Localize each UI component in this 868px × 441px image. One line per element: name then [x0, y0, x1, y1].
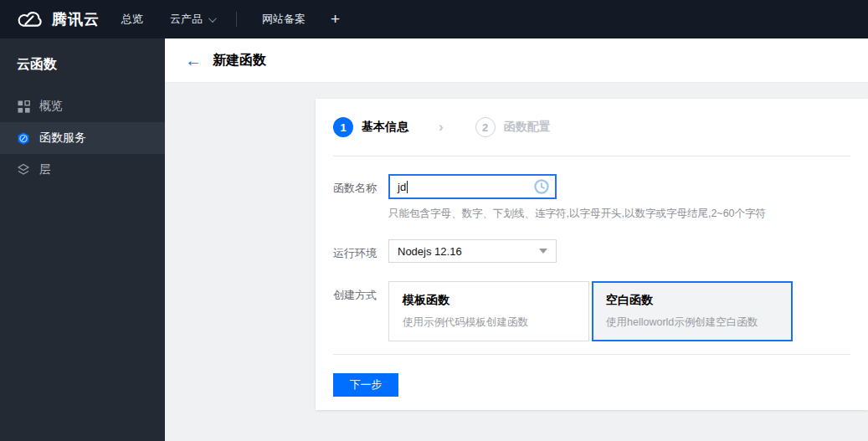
- back-arrow-icon[interactable]: ←: [185, 52, 202, 69]
- layers-icon: [17, 163, 30, 177]
- function-name-field-group: jd 只能包含字母、数字、下划线、连字符,以字母开头,以数字或字母结尾,2~60…: [388, 174, 766, 221]
- sidebar-item-label: 概览: [39, 99, 63, 114]
- topnav-label: 总览: [121, 12, 143, 27]
- method-card-blank[interactable]: 空白函数 使用helloworld示例创建空白函数: [592, 281, 793, 341]
- create-function-panel: 1 基本信息 › 2 函数配置 函数名称 jd: [316, 99, 868, 410]
- select-caret-icon: [539, 249, 547, 254]
- topnav-item-overview[interactable]: 总览: [120, 0, 145, 38]
- topnav-divider: [236, 12, 237, 27]
- tencent-cloud-logo[interactable]: 腾讯云: [14, 8, 100, 30]
- form-divider: [333, 354, 850, 355]
- runtime-select[interactable]: Nodejs 12.16: [388, 239, 557, 263]
- top-navigation: 总览 云产品 网站备案 +: [100, 0, 340, 38]
- brand-name: 腾讯云: [52, 9, 100, 29]
- form-row-method: 创建方式 模板函数 使用示例代码模板创建函数 空白函数 使用helloworld…: [333, 281, 850, 341]
- sidebar-menu: 概览 函数服务 层: [0, 90, 165, 186]
- method-card-title: 模板函数: [403, 293, 575, 308]
- method-card-template[interactable]: 模板函数 使用示例代码模板创建函数: [388, 281, 589, 341]
- page-title: 新建函数: [213, 52, 266, 69]
- step-number-badge: 1: [333, 117, 353, 137]
- step-number-badge: 2: [475, 117, 496, 137]
- topbar: 腾讯云 总览 云产品 网站备案 +: [0, 0, 868, 38]
- function-name-value: jd: [398, 181, 406, 193]
- next-step-button[interactable]: 下一步: [333, 373, 398, 397]
- method-cards: 模板函数 使用示例代码模板创建函数 空白函数 使用helloworld示例创建空…: [388, 281, 793, 341]
- runtime-selected-value: Nodejs 12.16: [398, 245, 462, 258]
- step-function-config: 2 函数配置: [475, 117, 551, 137]
- runtime-label: 运行环境: [333, 239, 388, 263]
- sidebar: 云函数 概览 函数服务: [0, 38, 165, 441]
- sidebar-item-overview[interactable]: 概览: [0, 90, 165, 122]
- topnav-item-products[interactable]: 云产品: [168, 0, 216, 38]
- wizard-steps: 1 基本信息 › 2 函数配置: [333, 99, 850, 156]
- text-cursor: [407, 181, 408, 193]
- function-name-input[interactable]: jd: [388, 174, 557, 199]
- cloud-logo-icon: [14, 8, 44, 30]
- page-header: ← 新建函数: [165, 38, 868, 83]
- overview-grid-icon: [17, 100, 30, 113]
- method-card-title: 空白函数: [606, 293, 778, 308]
- step-label: 基本信息: [362, 120, 408, 135]
- content-area: 1 基本信息 › 2 函数配置 函数名称 jd: [165, 83, 868, 441]
- topnav-label: 网站备案: [262, 12, 306, 27]
- method-card-desc: 使用示例代码模板创建函数: [403, 315, 575, 330]
- step-label: 函数配置: [504, 120, 551, 135]
- method-label: 创建方式: [333, 281, 388, 341]
- clock-pending-icon: [534, 179, 549, 194]
- topnav-label: 云产品: [170, 12, 203, 27]
- sidebar-title: 云函数: [0, 38, 165, 74]
- form-row-runtime: 运行环境 Nodejs 12.16: [333, 239, 850, 263]
- sidebar-item-label: 层: [39, 162, 51, 177]
- chevron-down-icon: [208, 14, 217, 23]
- sidebar-item-layers[interactable]: 层: [0, 154, 165, 186]
- method-card-desc: 使用helloworld示例创建空白函数: [606, 315, 778, 330]
- step-chevron-icon: ›: [439, 119, 444, 136]
- step-basic-info: 1 基本信息: [333, 117, 408, 137]
- function-name-helper: 只能包含字母、数字、下划线、连字符,以字母开头,以数字或字母结尾,2~60个字符: [388, 207, 766, 221]
- topnav-item-beian[interactable]: 网站备案: [260, 0, 307, 38]
- basic-info-form: 函数名称 jd 只能包含字母、数字、下划线、连字符,以字母开头,以数字或字母结尾…: [333, 156, 850, 397]
- function-name-label: 函数名称: [333, 174, 388, 221]
- sidebar-item-function-service[interactable]: 函数服务: [0, 122, 165, 154]
- add-tab-plus-icon[interactable]: +: [331, 10, 340, 28]
- sidebar-item-label: 函数服务: [39, 131, 86, 146]
- scf-hexagon-icon: [17, 131, 30, 145]
- form-row-function-name: 函数名称 jd 只能包含字母、数字、下划线、连字符,以字母开头,以数字或字母结尾…: [333, 174, 850, 221]
